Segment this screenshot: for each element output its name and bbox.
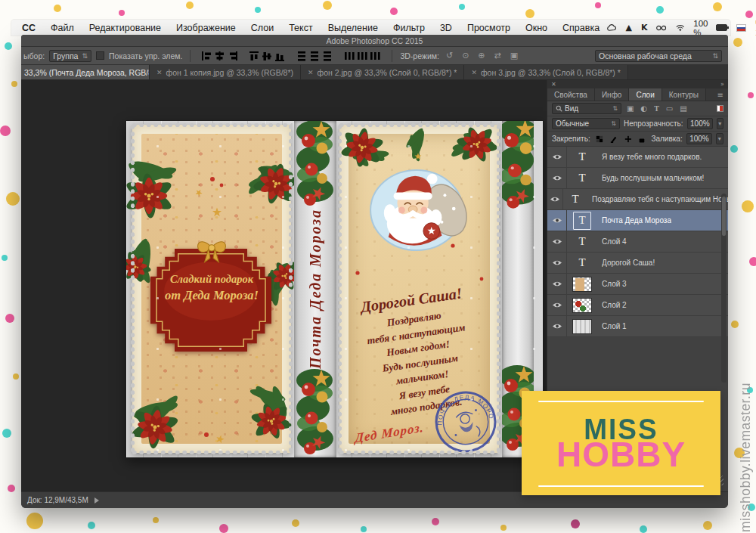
tab-properties[interactable]: Свойства — [547, 88, 595, 101]
distribute-vcenter-icon[interactable] — [309, 51, 321, 61]
lock-transparency-icon[interactable] — [596, 135, 603, 144]
wifi-icon[interactable] — [676, 24, 685, 32]
k-icon[interactable]: K — [641, 23, 648, 33]
visibility-toggle[interactable] — [547, 189, 563, 209]
tab-close-icon[interactable]: ✕ — [308, 69, 314, 76]
status-arrow-icon[interactable] — [94, 497, 99, 504]
menu-window[interactable]: Окно — [525, 23, 547, 33]
panel-close-icon[interactable]: ✕ — [551, 81, 556, 88]
layer-row[interactable]: T Поздравляю тебя с наступающим Новым го… — [547, 189, 728, 210]
align-vcenter-icon[interactable] — [262, 51, 273, 61]
filter-type-icon[interactable]: T — [654, 104, 659, 113]
tab-paths[interactable]: Контуры — [662, 88, 706, 101]
layer-row[interactable]: T Я везу тебе много подарков. — [547, 147, 728, 168]
panel-menu-icon[interactable]: ≡ — [713, 88, 728, 101]
align-left-icon[interactable] — [201, 51, 212, 61]
menu-layers[interactable]: Слои — [251, 23, 274, 33]
visibility-toggle[interactable] — [547, 316, 567, 336]
tab-info[interactable]: Инфо — [595, 88, 630, 101]
3d-scale-icon[interactable]: ▣ — [510, 51, 518, 60]
filter-kind-dropdown[interactable]: Вид ⇅ — [552, 103, 621, 114]
visibility-toggle[interactable] — [547, 274, 567, 294]
opacity-value[interactable]: 100% — [687, 118, 713, 129]
keyboard-flag-icon[interactable] — [736, 24, 747, 32]
align-hcenter-icon[interactable] — [214, 51, 225, 61]
window-title-bar[interactable]: Adobe Photoshop CC 2015 — [21, 35, 728, 47]
battery-indicator[interactable]: 100 % — [693, 19, 727, 37]
text-layer-thumbnail[interactable]: T — [573, 254, 591, 272]
doc-tab-4[interactable]: ✕ фон 3.jpg @ 33,3% (Слой 0, RGB/8*) * — [464, 65, 627, 79]
text-layer-thumbnail[interactable]: T — [573, 148, 591, 166]
visibility-toggle[interactable] — [547, 168, 567, 188]
filter-smart-icon[interactable]: ▤ — [680, 104, 686, 113]
filter-pixel-icon[interactable]: ▣ — [627, 104, 634, 113]
menu-type[interactable]: Текст — [289, 23, 312, 33]
visibility-toggle[interactable] — [547, 231, 567, 252]
3d-pan-icon[interactable]: ⊕ — [478, 51, 485, 60]
app-menu[interactable]: CC — [22, 23, 36, 33]
distribute-hcenter-icon[interactable] — [357, 51, 368, 61]
doc-tab-3[interactable]: ✕ фон 2.jpg @ 33,3% (Слой 0, RGB/8*) * — [301, 65, 464, 79]
menu-image[interactable]: Изображение — [176, 23, 236, 33]
show-transform-checkbox[interactable] — [96, 51, 104, 60]
drive-icon[interactable]: ▲ — [625, 23, 631, 33]
panel-scrollbar[interactable] — [721, 194, 727, 383]
align-right-icon[interactable] — [227, 51, 238, 61]
visibility-toggle[interactable] — [547, 253, 567, 273]
image-layer-thumbnail[interactable] — [572, 319, 592, 334]
menu-filter[interactable]: Фильтр — [393, 23, 425, 33]
visibility-toggle[interactable] — [547, 147, 567, 167]
tab-close-icon[interactable]: ✕ — [156, 69, 163, 76]
text-layer-thumbnail[interactable]: T — [573, 233, 591, 251]
layer-row[interactable]: Слой 2 — [547, 295, 728, 316]
distribute-top-icon[interactable] — [296, 51, 308, 61]
distribute-right-icon[interactable] — [370, 51, 381, 61]
distribute-left-icon[interactable] — [344, 51, 355, 61]
menu-view[interactable]: Просмотр — [467, 23, 510, 33]
workspace-dropdown[interactable]: Основная рабочая среда⇅ — [595, 50, 722, 62]
glasses-icon[interactable] — [656, 24, 666, 32]
lock-pixels-icon[interactable] — [610, 135, 618, 144]
distribute-bottom-icon[interactable] — [322, 51, 333, 61]
filter-switch-icon[interactable] — [717, 105, 723, 112]
menu-help[interactable]: Справка — [562, 23, 600, 33]
3d-roll-icon[interactable]: ⊙ — [462, 51, 469, 60]
image-layer-thumbnail[interactable] — [572, 277, 592, 292]
align-bottom-icon[interactable] — [274, 51, 286, 61]
tab-close-icon[interactable]: ✕ — [471, 69, 477, 76]
menu-select[interactable]: Выделение — [328, 23, 378, 33]
filter-adjustment-icon[interactable]: ◐ — [640, 104, 647, 113]
tab-layers[interactable]: Слои — [629, 88, 662, 101]
lock-all-icon[interactable] — [638, 135, 646, 144]
visibility-toggle[interactable] — [547, 210, 567, 231]
visibility-toggle[interactable] — [547, 295, 567, 315]
autoselect-dropdown[interactable]: Группа⇅ — [49, 50, 91, 62]
layer-row[interactable]: T Будь послушным мальчиком! — [547, 168, 728, 189]
layer-row[interactable]: T Дорогой Саша! — [547, 253, 728, 274]
fill-dropdown-icon[interactable]: ▾ — [716, 133, 723, 144]
doc-tab-active[interactable]: 33,3% (Почта Деда Мороза, RGB/8*) * — [21, 65, 150, 79]
creative-cloud-icon[interactable] — [607, 23, 616, 32]
document-canvas[interactable]: Сладкий подарок от Деда Мороза! — [126, 121, 543, 457]
text-layer-thumbnail[interactable]: T — [573, 169, 591, 187]
menu-3d[interactable]: 3D — [440, 23, 452, 33]
panel-collapse-icon[interactable]: » — [720, 81, 724, 88]
opacity-dropdown-icon[interactable]: ▾ — [717, 118, 723, 129]
menu-edit[interactable]: Редактирование — [89, 23, 161, 33]
text-layer-thumbnail[interactable]: T — [573, 212, 591, 230]
layer-row-selected[interactable]: T Почта Деда Мороза — [547, 210, 728, 231]
3d-slide-icon[interactable]: ⇄ — [494, 51, 501, 60]
blend-mode-dropdown[interactable]: Обычные⇅ — [552, 118, 620, 129]
lock-position-icon[interactable] — [624, 135, 632, 144]
filter-shape-icon[interactable]: ▭ — [666, 104, 673, 113]
layer-row[interactable]: T Слой 4 — [547, 231, 728, 253]
3d-orbit-icon[interactable]: ↺ — [446, 51, 453, 60]
fill-value[interactable]: 100% — [686, 133, 712, 144]
align-top-icon[interactable] — [249, 51, 260, 61]
doc-tab-2[interactable]: ✕ фон 1 копия.jpg @ 33,3% (RGB/8*) — [150, 65, 301, 79]
layer-row[interactable]: Слой 3 — [547, 274, 728, 295]
menu-file[interactable]: Файл — [51, 23, 74, 33]
text-layer-thumbnail[interactable]: T — [566, 191, 584, 209]
canvas-area[interactable]: Сладкий подарок от Деда Мороза! — [21, 80, 547, 491]
layer-row[interactable]: Слой 1 — [547, 316, 728, 337]
